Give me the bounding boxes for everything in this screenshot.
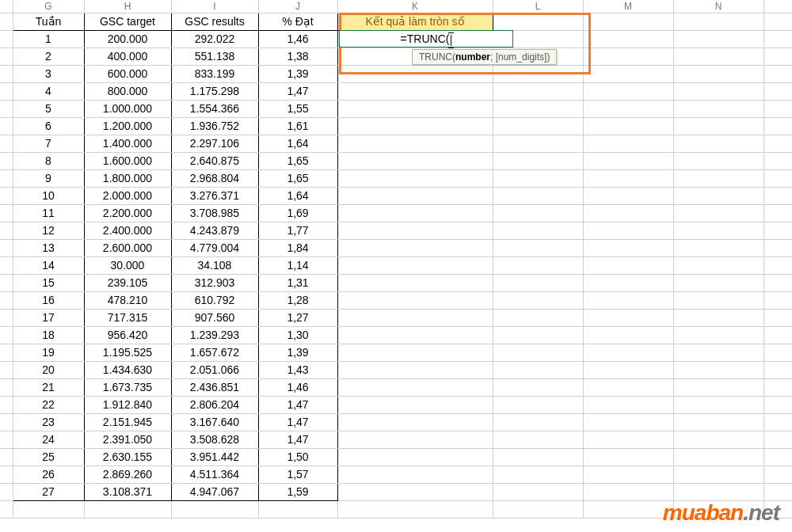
empty-cell[interactable]	[337, 169, 493, 187]
empty-cell[interactable]	[337, 378, 493, 396]
data-cell[interactable]: 25	[13, 448, 84, 466]
empty-cell[interactable]	[583, 152, 673, 169]
empty-cell[interactable]	[673, 30, 763, 48]
column-letter[interactable]: H	[84, 0, 171, 13]
empty-cell[interactable]	[763, 82, 792, 100]
empty-cell[interactable]	[763, 169, 792, 187]
data-cell[interactable]: 13	[13, 239, 84, 256]
data-cell[interactable]: 4.511.364	[171, 466, 258, 483]
data-cell[interactable]: 1,77	[258, 222, 337, 239]
empty-cell[interactable]	[493, 152, 583, 169]
data-cell[interactable]: 833.199	[171, 65, 258, 82]
empty-cell[interactable]	[337, 413, 493, 431]
data-cell[interactable]: 22	[13, 396, 84, 413]
data-cell[interactable]: 1,47	[258, 413, 337, 431]
column-letter[interactable]: M	[583, 0, 673, 13]
empty-cell[interactable]	[763, 291, 792, 309]
data-cell[interactable]: 1,14	[258, 256, 337, 274]
empty-cell[interactable]	[673, 239, 763, 256]
data-cell[interactable]: 3.276.371	[171, 187, 258, 204]
empty-cell[interactable]	[673, 361, 763, 378]
empty-cell[interactable]	[337, 448, 493, 466]
empty-cell[interactable]	[337, 500, 493, 518]
data-cell[interactable]: 18	[13, 326, 84, 344]
empty-cell[interactable]	[0, 326, 13, 344]
empty-cell[interactable]	[493, 222, 583, 239]
empty-cell[interactable]	[673, 169, 763, 187]
data-cell[interactable]: 2.600.000	[84, 239, 171, 256]
empty-cell[interactable]	[673, 82, 763, 100]
data-cell[interactable]: 1,30	[258, 326, 337, 344]
data-cell[interactable]: 3.508.628	[171, 431, 258, 448]
empty-cell[interactable]	[0, 396, 13, 413]
data-cell[interactable]: 1,84	[258, 239, 337, 256]
empty-cell[interactable]	[583, 326, 673, 344]
empty-cell[interactable]	[337, 222, 493, 239]
empty-cell[interactable]	[0, 361, 13, 378]
empty-cell[interactable]	[0, 152, 13, 169]
data-cell[interactable]: 1,65	[258, 169, 337, 187]
empty-cell[interactable]	[673, 65, 763, 82]
data-cell[interactable]: 2.051.066	[171, 361, 258, 378]
empty-cell[interactable]	[0, 169, 13, 187]
empty-cell[interactable]	[583, 169, 673, 187]
empty-cell[interactable]	[337, 483, 493, 500]
data-cell[interactable]: 8	[13, 152, 84, 169]
empty-cell[interactable]	[583, 344, 673, 361]
data-cell[interactable]: 4	[13, 82, 84, 100]
data-cell[interactable]: 19	[13, 344, 84, 361]
column-letter[interactable]: J	[258, 0, 337, 13]
empty-cell[interactable]	[763, 30, 792, 48]
empty-cell[interactable]	[673, 117, 763, 135]
empty-cell[interactable]	[493, 378, 583, 396]
data-cell[interactable]: 1,47	[258, 431, 337, 448]
data-cell[interactable]: 1.673.735	[84, 378, 171, 396]
empty-cell[interactable]	[763, 13, 792, 30]
empty-cell[interactable]	[493, 13, 583, 30]
data-cell[interactable]: 1,64	[258, 135, 337, 152]
data-cell[interactable]: 26	[13, 466, 84, 483]
data-cell[interactable]: 200.000	[84, 30, 171, 48]
data-cell[interactable]: 1.434.630	[84, 361, 171, 378]
empty-cell[interactable]	[0, 344, 13, 361]
data-cell[interactable]: 7	[13, 135, 84, 152]
empty-cell[interactable]	[493, 169, 583, 187]
empty-cell[interactable]	[763, 100, 792, 117]
empty-cell[interactable]	[0, 187, 13, 204]
data-cell[interactable]: 27	[13, 483, 84, 500]
data-cell[interactable]: 800.000	[84, 82, 171, 100]
data-cell[interactable]: 1,55	[258, 100, 337, 117]
empty-cell[interactable]	[13, 500, 84, 518]
empty-cell[interactable]	[0, 256, 13, 274]
empty-cell[interactable]	[0, 466, 13, 483]
empty-cell[interactable]	[337, 152, 493, 169]
data-cell[interactable]: 2.640.875	[171, 152, 258, 169]
empty-cell[interactable]	[337, 361, 493, 378]
empty-cell[interactable]	[337, 309, 493, 326]
data-cell[interactable]: 10	[13, 187, 84, 204]
empty-cell[interactable]	[0, 100, 13, 117]
empty-cell[interactable]	[763, 256, 792, 274]
empty-cell[interactable]	[763, 466, 792, 483]
data-cell[interactable]: 600.000	[84, 65, 171, 82]
data-cell[interactable]: 2.968.804	[171, 169, 258, 187]
empty-cell[interactable]	[583, 48, 673, 65]
data-cell[interactable]: 21	[13, 378, 84, 396]
empty-cell[interactable]	[0, 483, 13, 500]
data-cell[interactable]: 956.420	[84, 326, 171, 344]
data-cell[interactable]: 12	[13, 222, 84, 239]
empty-cell[interactable]	[0, 48, 13, 65]
data-cell[interactable]: 400.000	[84, 48, 171, 65]
data-cell[interactable]: 6	[13, 117, 84, 135]
empty-cell[interactable]	[583, 204, 673, 222]
empty-cell[interactable]	[0, 13, 13, 30]
empty-cell[interactable]	[673, 396, 763, 413]
empty-cell[interactable]	[337, 82, 493, 100]
data-cell[interactable]: 1,27	[258, 309, 337, 326]
data-cell[interactable]: 20	[13, 361, 84, 378]
empty-cell[interactable]	[337, 187, 493, 204]
empty-cell[interactable]	[583, 291, 673, 309]
empty-cell[interactable]	[0, 274, 13, 291]
data-cell[interactable]: 9	[13, 169, 84, 187]
empty-cell[interactable]	[337, 466, 493, 483]
